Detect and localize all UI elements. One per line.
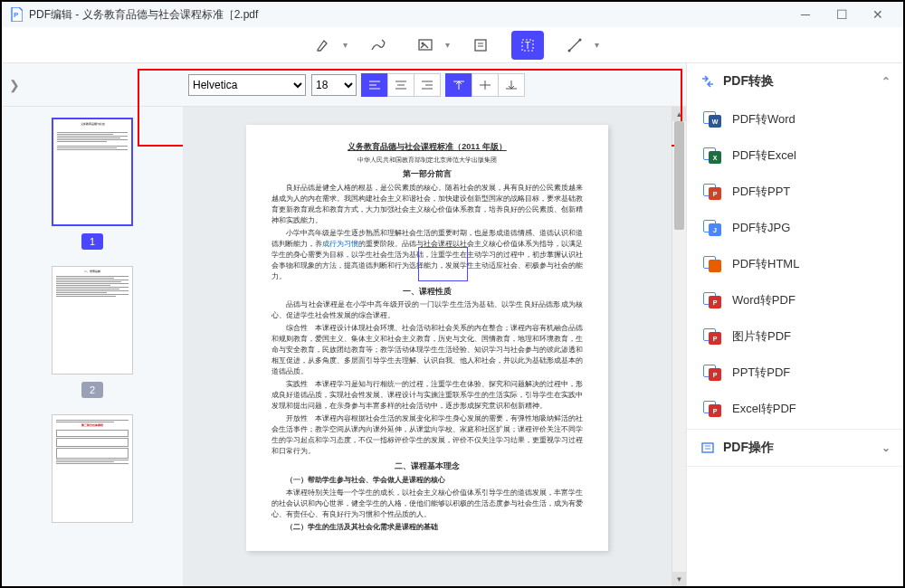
- convert-item-label: PDF转JPG: [732, 220, 790, 236]
- vertical-scrollbar[interactable]: ▲ ▼: [672, 107, 686, 586]
- svg-point-10: [578, 38, 581, 41]
- thumbnail-number-2: 2: [81, 382, 103, 398]
- maximize-button[interactable]: ☐: [824, 2, 860, 27]
- highlight-tool[interactable]: [307, 31, 339, 60]
- chevron-down-icon: ⌄: [881, 441, 891, 454]
- convert-icon: [700, 73, 716, 90]
- paragraph: 本课程特别关注每一个学生的成长，以社会主义核心价值体系引导学生的道德发展，丰富学…: [272, 488, 583, 520]
- doc-title: 义务教育品德与社会课程标准（2011 年版）: [272, 141, 583, 154]
- svg-point-9: [567, 49, 570, 52]
- dropdown-caret[interactable]: ▾: [343, 40, 348, 50]
- app-logo: P: [9, 7, 24, 22]
- convert-item-label: 图片转PDF: [732, 328, 791, 345]
- vertical-align-group: [446, 73, 525, 97]
- heading-nature: 一、课程性质: [272, 286, 583, 299]
- svg-text:T: T: [525, 41, 530, 51]
- subheading: （一）帮助学生参与社会、学会做人是课程的核心: [272, 475, 583, 486]
- file-icon: P: [703, 401, 721, 417]
- file-icon: J: [703, 220, 721, 236]
- scroll-down-button[interactable]: ▼: [672, 572, 686, 586]
- file-icon: P: [703, 365, 721, 381]
- thumbnail-page-1[interactable]: 义务教育品德与社会: [52, 118, 133, 226]
- pdf-convert-header[interactable]: PDF转换 ⌃: [687, 63, 903, 100]
- scroll-up-button[interactable]: ▲: [672, 107, 686, 121]
- file-icon: P: [703, 328, 721, 345]
- right-panel: PDF转换 ⌃ WPDF转WordXPDF转ExcelPPDF转PPTJPDF转…: [686, 63, 903, 586]
- paragraph: 品德与社会课程是在小学中高年级开设的一门以学生生活为基础、以学生良好品德形成为核…: [272, 299, 583, 321]
- align-center-button[interactable]: [387, 73, 414, 97]
- doc-publisher: 中华人民共和国教育部制定北京师范大学出版集团: [272, 156, 583, 166]
- convert-item-3[interactable]: JPDF转JPG: [687, 210, 903, 246]
- line-tool[interactable]: [558, 31, 591, 60]
- horizontal-align-group: [362, 73, 441, 97]
- paragraph: 实践性 本课程学习是知与行相统一的过程，注重学生在体验、探究和问题解决的过程中，…: [272, 379, 583, 412]
- convert-item-label: PDF转Excel: [732, 147, 796, 164]
- close-button[interactable]: ✕: [860, 2, 896, 27]
- titlebar: P PDF编辑 - 义务教育品德与社会课程标准［2.pdf ─ ☐ ✕: [2, 2, 903, 27]
- paragraph: 良好品德是健全人格的根基，是公民素质的核心。随着社会的发展，具有良好的公民素质越…: [272, 183, 583, 226]
- dropdown-caret[interactable]: ▾: [595, 40, 599, 50]
- image-tool[interactable]: [409, 31, 442, 60]
- align-left-button[interactable]: [361, 73, 388, 97]
- minimize-button[interactable]: ─: [787, 2, 824, 27]
- thumbnail-page-3[interactable]: 第三部分 总体课程: [52, 414, 133, 523]
- page-canvas[interactable]: 义务教育品德与社会课程标准（2011 年版） 中华人民共和国教育部制定北京师范大…: [183, 107, 672, 586]
- thumbnail-page-2[interactable]: 二、培养目标: [52, 266, 133, 375]
- valign-middle-button[interactable]: [472, 73, 499, 97]
- collapse-sidebar-button[interactable]: ❯: [2, 63, 27, 107]
- convert-item-1[interactable]: XPDF转Excel: [687, 138, 903, 174]
- chevron-up-icon: ⌃: [881, 75, 891, 88]
- convert-item-label: PPT转PDF: [732, 365, 790, 381]
- heading-preface: 第一部分前言: [272, 168, 583, 181]
- page-content: 义务教育品德与社会课程标准（2011 年版） 中华人民共和国教育部制定北京师范大…: [246, 125, 608, 551]
- svg-text:P: P: [14, 11, 19, 19]
- window-title: PDF编辑 - 义务教育品德与社会课程标准［2.pdf: [29, 7, 787, 23]
- thumbnail-panel: 义务教育品德与社会 1 二、培养目标 2 第三部分 总体课程: [2, 107, 183, 586]
- valign-bottom-button[interactable]: [498, 73, 525, 97]
- file-icon: P: [703, 292, 721, 308]
- format-toolbar: ❯ Helvetica 18: [2, 63, 686, 107]
- convert-item-0[interactable]: WPDF转Word: [687, 101, 903, 138]
- convert-item-label: PDF转Word: [732, 111, 795, 128]
- ops-title: PDF操作: [723, 440, 774, 456]
- hyperlink-text[interactable]: 成行为习惯: [322, 240, 358, 248]
- note-tool[interactable]: [464, 31, 497, 60]
- top-toolbar: ▾ ▾ T ▾: [2, 27, 903, 63]
- draw-tool[interactable]: [362, 31, 395, 60]
- thumbnail-number-1: 1: [81, 233, 103, 250]
- file-icon: W: [703, 111, 721, 128]
- file-icon: [703, 256, 721, 272]
- font-family-select[interactable]: Helvetica: [188, 74, 306, 96]
- convert-item-label: PDF转HTML: [732, 256, 799, 272]
- valign-top-button[interactable]: [445, 73, 472, 97]
- convert-item-5[interactable]: PWord转PDF: [687, 282, 903, 318]
- svg-line-8: [569, 40, 580, 51]
- convert-item-8[interactable]: PExcel转PDF: [687, 391, 903, 427]
- svg-rect-3: [475, 40, 486, 51]
- subheading: （二）学生的生活及其社会化需求是课程的基础: [272, 522, 583, 533]
- text-tool[interactable]: T: [511, 31, 544, 60]
- convert-item-4[interactable]: PDF转HTML: [687, 246, 903, 282]
- file-icon: X: [703, 147, 721, 164]
- dropdown-caret[interactable]: ▾: [445, 40, 450, 50]
- convert-item-2[interactable]: PPDF转PPT: [687, 174, 903, 210]
- scrollbar-thumb[interactable]: [674, 121, 684, 230]
- convert-title: PDF转换: [723, 73, 774, 90]
- convert-item-7[interactable]: PPPT转PDF: [687, 355, 903, 391]
- text-edit-selection: [418, 247, 468, 281]
- paragraph: 开放性 本课程内容根据社会生活的发展变化和学生身心发展的需要，有弹性地吸纳鲜活的…: [272, 413, 583, 457]
- convert-item-label: Word转PDF: [732, 292, 795, 308]
- ops-icon: [700, 440, 716, 456]
- heading-concept: 二、课程基本理念: [272, 460, 583, 473]
- svg-rect-26: [702, 443, 713, 452]
- convert-item-label: PDF转PPT: [732, 184, 790, 200]
- convert-item-label: Excel转PDF: [732, 401, 796, 417]
- paragraph: 综合性 本课程设计体现社会环境、社会活动和社会关系的内在整合；课程内容有机融合品…: [272, 323, 583, 377]
- font-size-select[interactable]: 18: [311, 74, 357, 96]
- convert-item-6[interactable]: P图片转PDF: [687, 318, 903, 355]
- align-right-button[interactable]: [414, 73, 441, 97]
- file-icon: P: [703, 184, 721, 200]
- pdf-ops-header[interactable]: PDF操作 ⌄: [687, 430, 903, 466]
